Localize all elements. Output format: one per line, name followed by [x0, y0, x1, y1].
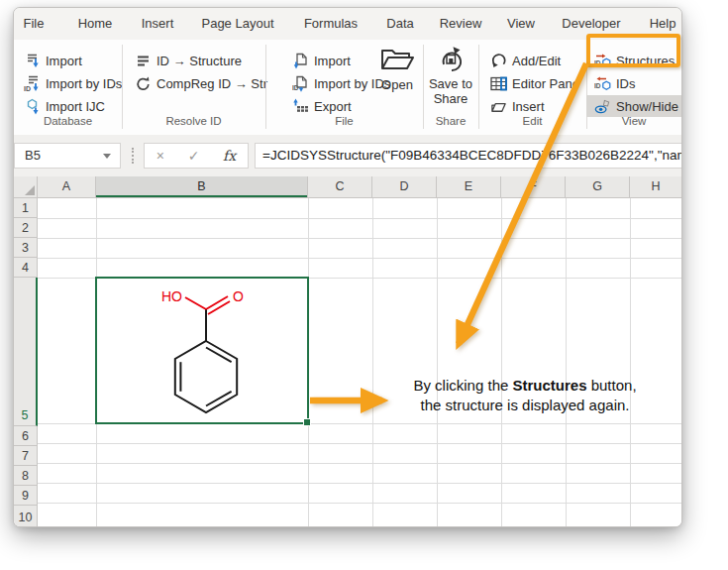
- formula-input[interactable]: =JCIDSYSStructure("F09B46334BCEC8DFDD76F…: [255, 143, 681, 169]
- editor-pane-label: Editor Pane: [512, 76, 579, 91]
- insert-label: Insert: [512, 99, 545, 114]
- show-hide-button[interactable]: Show/Hide: [586, 95, 681, 117]
- tab-view[interactable]: View: [503, 8, 539, 40]
- tab-page-layout[interactable]: Page Layout: [197, 8, 277, 40]
- row-header-7[interactable]: 7: [14, 446, 38, 466]
- id-to-structure-button[interactable]: ID → Structure: [135, 50, 242, 71]
- db-import-ijc-button[interactable]: Import IJC: [24, 95, 105, 117]
- add-edit-icon: [490, 53, 507, 69]
- tab-home[interactable]: Home: [74, 8, 117, 40]
- show-hide-label: Show/Hide: [616, 99, 678, 114]
- row-header-8[interactable]: 8: [14, 466, 38, 486]
- file-import-label: Import: [314, 54, 351, 68]
- ids-label: IDs: [616, 76, 636, 91]
- compreg-sync-icon: [135, 75, 152, 92]
- note-line2: the structure is displayed again.: [421, 397, 630, 413]
- show-hide-eye-icon: [594, 98, 611, 115]
- ribbon-group-share-label: Share: [423, 115, 478, 127]
- column-header-c[interactable]: C: [308, 176, 372, 198]
- id-to-structure-icon: [135, 53, 152, 69]
- row-header-9[interactable]: 9: [14, 486, 38, 506]
- formula-bar: B5 × ✓ fx =JCIDSYSStructure("F09B46334BC…: [14, 135, 681, 177]
- enter-icon[interactable]: ✓: [188, 148, 200, 164]
- note-line1-post: button,: [587, 377, 637, 394]
- db-import-ijc-label: Import IJC: [46, 99, 105, 114]
- tab-file[interactable]: File: [20, 8, 49, 40]
- formula-bar-grip[interactable]: [132, 148, 134, 164]
- save-to-share-button[interactable]: Save to Share: [425, 46, 476, 106]
- insert-function-icon[interactable]: fx: [223, 148, 236, 164]
- file-import-by-ids-icon: ID: [292, 75, 309, 92]
- ribbon-group-resolve-id: ID → Structure CompReg ID → Str Resolve …: [122, 40, 265, 135]
- structures-button-highlight: [586, 34, 680, 67]
- ribbon-group-share: Save to Share Share: [423, 40, 478, 135]
- editor-pane-icon: [490, 75, 507, 92]
- column-header-b[interactable]: B: [96, 176, 308, 198]
- ids-icon: ID: [594, 75, 611, 92]
- open-folder-icon: [379, 46, 415, 73]
- cancel-icon[interactable]: ×: [156, 148, 164, 164]
- column-header-d[interactable]: D: [372, 176, 437, 198]
- ribbon: Import ID Import by IDs Import IJC: [14, 40, 681, 136]
- ribbon-group-file: Import ID Import by IDs: [265, 40, 423, 135]
- file-export-icon: [292, 98, 309, 115]
- tab-review[interactable]: Review: [436, 8, 486, 40]
- db-import-by-ids-label: Import by IDs: [46, 76, 122, 91]
- column-header-g[interactable]: G: [566, 176, 630, 198]
- ribbon-group-database: Import ID Import by IDs Import IJC: [14, 40, 122, 135]
- id-to-structure-label: ID → Structure: [156, 54, 242, 68]
- file-import-button[interactable]: Import: [292, 50, 351, 71]
- insert-icon: [490, 98, 507, 115]
- note-line1-bold: Structures: [512, 377, 586, 394]
- tab-data[interactable]: Data: [382, 8, 417, 40]
- cells[interactable]: HO O: [38, 198, 681, 526]
- row-header-3[interactable]: 3: [14, 238, 38, 258]
- ribbon-group-view-label: View: [586, 115, 681, 127]
- column-header-f[interactable]: F: [501, 176, 566, 198]
- add-edit-button[interactable]: Add/Edit: [490, 50, 561, 71]
- row-header-10[interactable]: 10: [14, 506, 38, 526]
- row-header-2[interactable]: 2: [14, 218, 38, 238]
- column-header-a[interactable]: A: [38, 176, 96, 198]
- file-export-label: Export: [314, 99, 352, 114]
- db-import-icon: [24, 53, 41, 69]
- o-label: O: [233, 288, 244, 304]
- db-import-by-ids-button[interactable]: ID Import by IDs: [24, 72, 122, 94]
- row-header-1[interactable]: 1: [14, 198, 38, 218]
- name-box-value: B5: [25, 148, 41, 163]
- row-header-4[interactable]: 4: [14, 258, 38, 278]
- compreg-id-to-str-button[interactable]: CompReg ID → Str: [135, 72, 267, 94]
- ribbon-group-edit: Add/Edit Editor Pane Insert Edit: [478, 40, 586, 135]
- svg-text:ID: ID: [594, 82, 601, 89]
- row-header-6[interactable]: 6: [14, 426, 38, 446]
- editor-pane-button[interactable]: Editor Pane: [490, 72, 579, 94]
- ribbon-tab-bar: File Home Insert Page Layout Formulas Da…: [14, 8, 681, 40]
- save-to-share-label: Save to Share: [425, 76, 476, 106]
- row-header-5[interactable]: 5: [14, 278, 38, 426]
- column-header-h[interactable]: H: [630, 176, 681, 198]
- tab-insert[interactable]: Insert: [138, 8, 178, 40]
- row-headers: 1 2 3 4 5 6 7 8 9 10: [14, 198, 38, 526]
- column-headers: A B C D E F G H: [38, 176, 681, 198]
- save-to-share-icon: [438, 46, 465, 72]
- select-all-triangle-icon: [25, 185, 35, 195]
- ids-button[interactable]: ID IDs: [594, 72, 636, 94]
- file-export-button[interactable]: Export: [292, 95, 352, 117]
- ribbon-group-database-label: Database: [14, 115, 122, 127]
- fill-handle[interactable]: [303, 418, 311, 426]
- benzoic-acid-structure: HO O: [97, 279, 307, 422]
- db-import-ijc-icon: [24, 98, 41, 115]
- column-header-e[interactable]: E: [437, 176, 501, 198]
- svg-text:ID: ID: [24, 84, 31, 91]
- tab-formulas[interactable]: Formulas: [300, 8, 362, 40]
- open-button[interactable]: Open: [374, 46, 420, 92]
- name-box[interactable]: B5: [14, 143, 121, 169]
- insert-button[interactable]: Insert: [490, 95, 545, 117]
- formula-buttons: × ✓ fx: [144, 143, 249, 169]
- selected-cell-b5[interactable]: HO O: [95, 277, 309, 424]
- name-box-dropdown-icon[interactable]: [103, 154, 111, 159]
- select-all-corner[interactable]: [14, 176, 38, 198]
- db-import-button[interactable]: Import: [24, 50, 82, 71]
- annotation-note: By clicking the Structures button, the s…: [400, 376, 650, 415]
- db-import-by-ids-icon: ID: [24, 75, 41, 92]
